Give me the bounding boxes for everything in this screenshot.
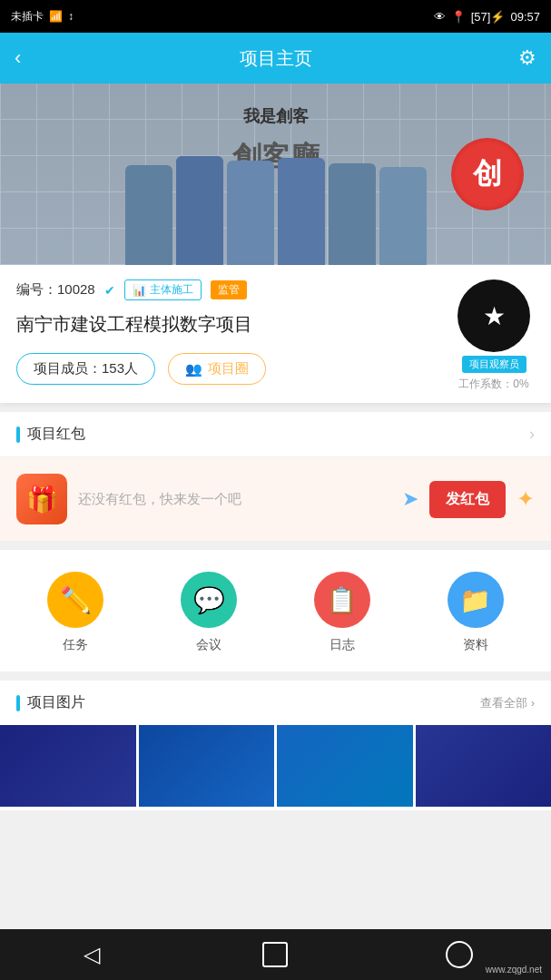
photo-thumb-4[interactable] <box>416 725 552 807</box>
location-icon: 📍 <box>451 10 466 24</box>
page-title: 项目主页 <box>240 46 312 71</box>
person-2 <box>176 156 223 265</box>
red-packet-arrow-icon[interactable]: › <box>529 425 535 444</box>
function-section: ✏️ 任务 💬 会议 📋 日志 📁 资料 <box>0 550 551 671</box>
photo-thumb-1[interactable] <box>0 725 136 807</box>
no-sim-text: 未插卡 <box>11 9 44 24</box>
avatar-circle: ★ <box>458 279 530 352</box>
status-left: 未插卡 📶 ↕ <box>11 9 74 24</box>
bar-chart-icon: 📊 <box>133 284 146 297</box>
func-item-log[interactable]: 📋 日志 <box>314 572 370 653</box>
red-packet-header: 项目红包 › <box>0 412 551 457</box>
hero-image: 我是創客 創客廳 创 <box>0 83 551 265</box>
rp-decor-icon: ✦ <box>517 486 535 512</box>
eye-icon: 👁 <box>434 10 446 24</box>
photo-section-bar <box>16 695 20 711</box>
person-5 <box>329 163 376 265</box>
func-item-meeting[interactable]: 💬 会议 <box>181 572 237 653</box>
red-packet-section: 项目红包 › 🎁 还没有红包，快来发一个吧 ➤ 发红包 ✦ <box>0 412 551 541</box>
tag-construction: 📊 主体施工 <box>124 279 202 300</box>
avatar-label: 项目观察员 <box>462 356 526 373</box>
func-item-data[interactable]: 📁 资料 <box>448 572 504 653</box>
person-6 <box>379 167 427 265</box>
work-ratio: 工作系数：0% <box>458 377 528 392</box>
person-4 <box>278 158 325 265</box>
project-avatar-section: ★ 项目观察员 工作系数：0% <box>453 279 535 392</box>
photo-section: 项目图片 查看全部 › <box>0 681 551 810</box>
photo-section-header: 项目图片 查看全部 › <box>0 681 551 725</box>
hero-logo: 创 <box>451 138 524 211</box>
data-icon: 📁 <box>448 572 504 628</box>
bottom-nav: ◁ <box>0 929 551 980</box>
wifi-icon: 📶 <box>49 10 63 23</box>
meeting-label: 会议 <box>196 637 221 653</box>
data-label: 资料 <box>463 637 488 653</box>
signal-icon: ↕ <box>68 10 74 23</box>
log-icon: 📋 <box>314 572 370 628</box>
meeting-icon: 💬 <box>181 572 237 628</box>
nav-bar: ‹ 项目主页 ⚙ <box>0 33 551 83</box>
back-gesture-icon: ◁ <box>84 942 100 967</box>
back-button[interactable]: ‹ <box>15 46 21 70</box>
verify-icon: ✔ <box>104 283 115 298</box>
red-packet-icon: 🎁 <box>16 474 67 524</box>
members-button[interactable]: 项目成员：153人 <box>16 353 155 385</box>
func-item-task[interactable]: ✏️ 任务 <box>47 572 103 653</box>
hero-top-text: 我是創客 <box>243 105 309 127</box>
view-all-photos-button[interactable]: 查看全部 › <box>480 695 535 711</box>
rp-arrow-icon: ➤ <box>402 487 418 511</box>
person-3 <box>227 161 274 265</box>
photo-row <box>0 725 551 810</box>
log-label: 日志 <box>330 637 355 653</box>
photo-title-row: 项目图片 <box>16 693 85 712</box>
red-packet-empty-text: 还没有红包，快来发一个吧 <box>78 491 391 508</box>
recent-circle-icon <box>446 941 473 968</box>
function-grid: ✏️ 任务 💬 会议 📋 日志 📁 资料 <box>0 572 551 653</box>
hero-people <box>125 156 427 265</box>
star-icon: ★ <box>483 301 506 331</box>
task-icon: ✏️ <box>47 572 103 628</box>
battery-icon: [57]⚡ <box>471 10 506 24</box>
send-red-packet-button[interactable]: 发红包 <box>429 481 506 518</box>
watermark: www.zqgd.net <box>486 965 542 975</box>
red-packet-title: 项目红包 <box>27 425 85 444</box>
status-right: 👁 📍 [57]⚡ 09:57 <box>434 10 540 24</box>
project-id: 编号：10028 <box>16 281 95 299</box>
red-packet-title-row: 项目红包 <box>16 425 85 444</box>
tag-supervision: 监管 <box>211 280 247 299</box>
task-label: 任务 <box>63 637 88 653</box>
view-all-arrow-icon: › <box>531 696 535 710</box>
project-card: 编号：10028 ✔ 📊 主体施工 监管 ★ 项目观察员 工作系数：0% 南宁市… <box>0 265 551 403</box>
hero-image-inner: 我是創客 創客廳 创 <box>0 83 551 265</box>
clock: 09:57 <box>510 10 540 24</box>
photo-section-title: 项目图片 <box>27 693 85 712</box>
status-bar: 未插卡 📶 ↕ 👁 📍 [57]⚡ 09:57 <box>0 0 551 33</box>
nav-recent-button[interactable] <box>441 936 477 973</box>
home-square-icon <box>262 942 288 967</box>
settings-button[interactable]: ⚙ <box>518 46 536 70</box>
project-circle-button[interactable]: 👥 项目圈 <box>168 353 266 385</box>
person-1 <box>125 165 172 265</box>
photo-thumb-2[interactable] <box>139 725 275 807</box>
circle-icon: 👥 <box>185 361 202 377</box>
nav-home-button[interactable] <box>257 936 293 973</box>
red-packet-content: 🎁 还没有红包，快来发一个吧 ➤ 发红包 ✦ <box>0 457 551 541</box>
section-bar-icon <box>16 426 20 443</box>
photo-thumb-3[interactable] <box>277 725 413 807</box>
nav-back-button[interactable]: ◁ <box>74 936 110 973</box>
